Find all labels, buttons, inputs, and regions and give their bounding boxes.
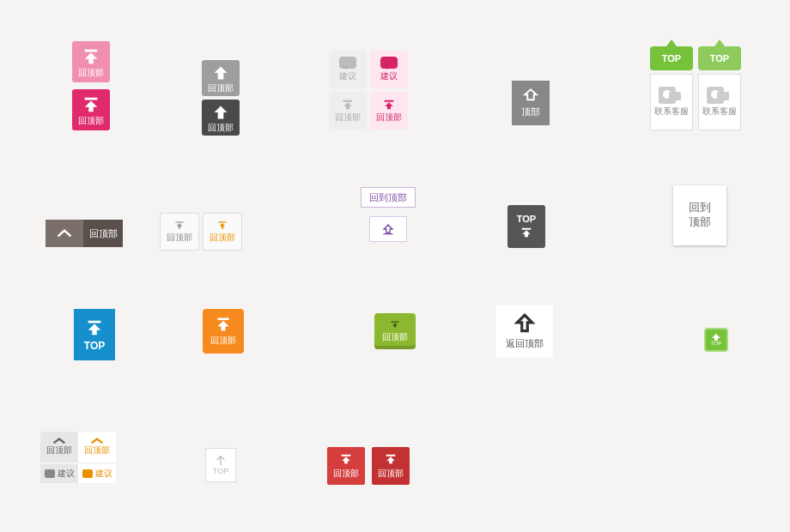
back-to-top-mini-gray[interactable]: 回顶部 bbox=[329, 92, 367, 130]
back-to-top-chevron-gray[interactable]: 回顶部 bbox=[40, 432, 78, 462]
arrow-up-icon bbox=[212, 64, 229, 82]
back-to-top-brown[interactable]: 回顶部 bbox=[46, 220, 123, 247]
top-dark[interactable]: TOP bbox=[507, 205, 545, 248]
label: TOP bbox=[84, 340, 105, 352]
arrow-up-icon bbox=[340, 98, 356, 112]
label: 回顶部 bbox=[167, 232, 192, 244]
arrow-up-icon bbox=[381, 98, 397, 112]
label: 回顶部 bbox=[84, 444, 110, 456]
label: 回顶部 bbox=[89, 227, 118, 240]
back-to-top-pair-bordered: 回顶部 回顶部 bbox=[160, 213, 244, 251]
arrow-up-icon bbox=[82, 47, 100, 66]
back-to-top-orange[interactable]: 回顶部 bbox=[203, 309, 244, 354]
home-up-icon bbox=[380, 223, 396, 235]
label: 回顶部 bbox=[210, 335, 236, 347]
label: 回顶部 bbox=[333, 468, 359, 480]
suggest-small-gray[interactable]: 建议 bbox=[40, 464, 78, 483]
return-top-outline[interactable]: 返回顶部 bbox=[496, 305, 553, 358]
top-thin-outline[interactable]: TOP bbox=[205, 448, 236, 482]
label: TOP bbox=[711, 341, 721, 346]
arrow-up-icon bbox=[215, 316, 232, 333]
contact-card-2[interactable]: 联系客服 bbox=[698, 74, 741, 130]
top-tiny-green[interactable]: TOP bbox=[704, 328, 728, 352]
top-tab-green-1[interactable]: TOP bbox=[650, 46, 693, 70]
label: 回顶部 bbox=[382, 331, 408, 343]
back-to-top-blue[interactable]: TOP bbox=[74, 309, 115, 360]
label: 联系客服 bbox=[654, 106, 689, 118]
top-square-gray[interactable]: 顶部 bbox=[512, 81, 550, 125]
back-to-top-purple-text[interactable]: 回到顶部 bbox=[361, 187, 416, 208]
chat-icon bbox=[82, 469, 93, 478]
chat-icon bbox=[717, 92, 729, 100]
arrow-up-icon bbox=[173, 220, 186, 232]
label: 回顶部 bbox=[378, 468, 404, 480]
arrow-up-icon bbox=[384, 452, 398, 466]
arrow-up-outline-icon bbox=[514, 312, 536, 335]
arrow-up-icon bbox=[712, 334, 720, 341]
suggestion-top-group: 建议 建议 回顶部 回顶部 bbox=[329, 51, 408, 131]
back-to-top-green[interactable]: 回顶部 bbox=[374, 313, 416, 349]
back-to-top-gray-dark[interactable]: 回顶部 bbox=[202, 100, 240, 136]
label: TOP bbox=[662, 53, 681, 63]
back-to-top-red-2[interactable]: 回顶部 bbox=[372, 447, 410, 485]
back-to-top-pink-light[interactable]: 回顶部 bbox=[72, 41, 110, 82]
suggest-pink[interactable]: 建议 bbox=[370, 51, 408, 88]
label: 建议 bbox=[58, 468, 75, 480]
arrow-up-icon bbox=[85, 318, 104, 337]
arrow-up-icon bbox=[389, 319, 401, 329]
suggest-small-orange[interactable]: 建议 bbox=[78, 464, 116, 483]
contact-card-1[interactable]: 联系客服 bbox=[650, 74, 693, 130]
suggest-gray[interactable]: 建议 bbox=[329, 51, 367, 88]
back-to-top-chevron-orange[interactable]: 回顶部 bbox=[78, 432, 116, 462]
chevron-up-icon bbox=[90, 438, 104, 444]
back-to-top-suggest-group: 回顶部 回顶部 建议 建议 bbox=[40, 432, 116, 483]
label: 建议 bbox=[95, 468, 112, 480]
back-to-top-red-pair: 回顶部 回顶部 bbox=[327, 447, 410, 485]
back-to-top-bordered-gray[interactable]: 回顶部 bbox=[160, 213, 199, 251]
arrow-up-icon bbox=[339, 452, 353, 466]
back-to-top-pink-dark[interactable]: 回顶部 bbox=[72, 89, 110, 130]
label: TOP bbox=[213, 467, 228, 475]
chevron-up-icon bbox=[52, 438, 66, 444]
arrow-up-icon bbox=[212, 104, 229, 121]
back-to-top-purple-icon[interactable] bbox=[369, 216, 407, 242]
chevron-up-icon bbox=[46, 220, 83, 247]
label: 回顶部 bbox=[376, 112, 402, 124]
label: TOP bbox=[710, 53, 729, 63]
top-tab-green-2[interactable]: TOP bbox=[698, 46, 741, 70]
back-to-top-gray-light[interactable]: 回顶部 bbox=[202, 60, 240, 96]
chat-icon bbox=[669, 92, 681, 100]
label: 回顶部 bbox=[78, 68, 104, 77]
arrow-up-icon bbox=[215, 455, 227, 467]
label: 回顶部 bbox=[210, 232, 235, 244]
arrow-up-icon bbox=[216, 220, 229, 232]
label: TOP bbox=[517, 214, 536, 224]
back-to-top-mini-pink[interactable]: 回顶部 bbox=[370, 92, 408, 130]
arrow-up-icon bbox=[82, 95, 100, 114]
label: 顶部 bbox=[521, 106, 540, 118]
label: 建议 bbox=[380, 70, 398, 82]
label: 回顶部 bbox=[46, 444, 72, 456]
back-to-top-bordered-orange[interactable]: 回顶部 bbox=[203, 213, 242, 251]
label: 建议 bbox=[339, 70, 356, 82]
chat-icon bbox=[45, 469, 55, 478]
back-to-top-white-card[interactable]: 回到 顶部 bbox=[673, 185, 726, 245]
label: 回顶部 bbox=[335, 112, 361, 124]
label: 返回顶部 bbox=[506, 337, 544, 350]
top-contact-group: TOP TOP 联系客服 联系客服 bbox=[650, 46, 743, 134]
arrow-up-icon bbox=[520, 226, 533, 239]
label: 回顶部 bbox=[208, 83, 234, 93]
label: 回顶部 bbox=[208, 123, 234, 132]
back-to-top-red-1[interactable]: 回顶部 bbox=[327, 447, 365, 485]
label: 回顶部 bbox=[78, 116, 104, 125]
label: 回到顶部 bbox=[369, 191, 407, 204]
back-to-top-purple-group: 回到顶部 bbox=[361, 187, 416, 242]
chat-icon bbox=[339, 57, 356, 69]
chat-icon bbox=[380, 57, 398, 69]
label: 回到 顶部 bbox=[689, 201, 711, 230]
label: 联系客服 bbox=[702, 106, 737, 118]
home-up-icon bbox=[521, 88, 540, 103]
